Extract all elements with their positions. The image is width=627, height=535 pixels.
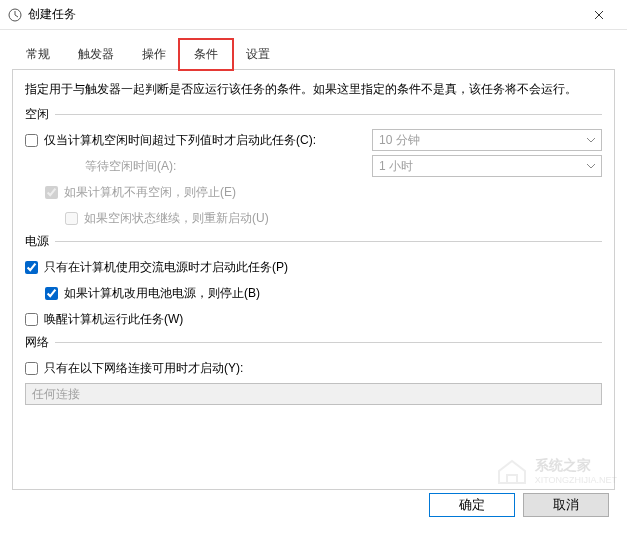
label-net-avail: 只有在以下网络连接可用时才启动(Y): [44,360,243,377]
section-power: 电源 [25,233,602,250]
tab-settings[interactable]: 设置 [232,40,284,69]
tab-conditions[interactable]: 条件 [180,40,232,69]
label-start-when-idle: 仅当计算机空闲时间超过下列值时才启动此任务(C): [44,132,316,149]
panel-description: 指定用于与触发器一起判断是否应运行该任务的条件。如果这里指定的条件不是真，该任务… [25,80,602,98]
window-title: 创建任务 [28,6,579,23]
row-stop-if-not-idle: 如果计算机不再空闲，则停止(E) [25,181,602,203]
tab-actions[interactable]: 操作 [128,40,180,69]
checkbox-wake[interactable] [25,313,38,326]
conditions-panel: 指定用于与触发器一起判断是否应运行该任务的条件。如果这里指定的条件不是真，该任务… [12,70,615,490]
checkbox-stop-if-not-idle [45,186,58,199]
divider [55,114,602,115]
chevron-down-icon [585,134,597,146]
checkbox-stop-on-battery[interactable] [45,287,58,300]
row-stop-on-battery: 如果计算机改用电池电源，则停止(B) [25,282,602,304]
label-wait-idle: 等待空闲时间(A): [85,158,176,175]
label-stop-if-not-idle: 如果计算机不再空闲，则停止(E) [64,184,236,201]
section-power-label: 电源 [25,233,49,250]
divider [55,342,602,343]
select-wait-idle-value: 1 小时 [379,158,413,175]
label-stop-on-battery: 如果计算机改用电池电源，则停止(B) [64,285,260,302]
tab-general[interactable]: 常规 [12,40,64,69]
row-restart-on-idle: 如果空闲状态继续，则重新启动(U) [25,207,602,229]
select-idle-duration[interactable]: 10 分钟 [372,129,602,151]
section-idle: 空闲 [25,106,602,123]
content-area: 常规 触发器 操作 条件 设置 指定用于与触发器一起判断是否应运行该任务的条件。… [0,30,627,500]
select-network: 任何连接 [25,383,602,405]
divider [55,241,602,242]
select-wait-idle[interactable]: 1 小时 [372,155,602,177]
section-idle-label: 空闲 [25,106,49,123]
label-ac-only: 只有在计算机使用交流电源时才启动此任务(P) [44,259,288,276]
row-ac-only: 只有在计算机使用交流电源时才启动此任务(P) [25,256,602,278]
clock-icon [8,8,22,22]
section-network-label: 网络 [25,334,49,351]
checkbox-restart-on-idle [65,212,78,225]
row-wake: 唤醒计算机运行此任务(W) [25,308,602,330]
button-bar: 确定 取消 [429,493,609,517]
row-net-avail: 只有在以下网络连接可用时才启动(Y): [25,357,602,379]
row-wait-idle: 等待空闲时间(A): 1 小时 [25,155,602,177]
tab-bar: 常规 触发器 操作 条件 设置 [12,40,615,70]
checkbox-net-avail[interactable] [25,362,38,375]
chevron-down-icon [585,160,597,172]
checkbox-start-when-idle[interactable] [25,134,38,147]
label-restart-on-idle: 如果空闲状态继续，则重新启动(U) [84,210,269,227]
ok-button[interactable]: 确定 [429,493,515,517]
label-wake: 唤醒计算机运行此任务(W) [44,311,183,328]
close-button[interactable] [579,0,619,30]
checkbox-ac-only[interactable] [25,261,38,274]
cancel-button[interactable]: 取消 [523,493,609,517]
tab-triggers[interactable]: 触发器 [64,40,128,69]
titlebar: 创建任务 [0,0,627,30]
section-network: 网络 [25,334,602,351]
select-network-value: 任何连接 [32,386,80,403]
row-start-when-idle: 仅当计算机空闲时间超过下列值时才启动此任务(C): 10 分钟 [25,129,602,151]
select-idle-duration-value: 10 分钟 [379,132,420,149]
